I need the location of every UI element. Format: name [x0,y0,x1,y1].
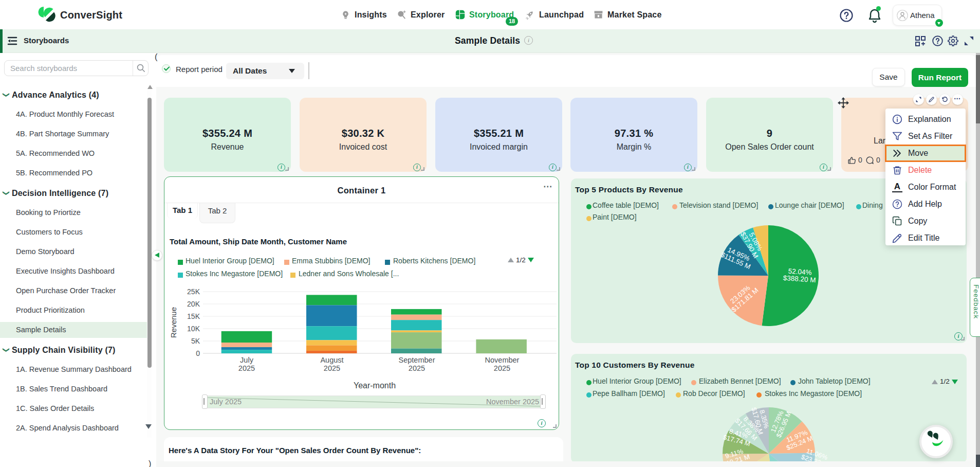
svg-text:10K: 10K [187,325,200,333]
svg-text:2025: 2025 [494,364,510,372]
svg-text:2025: 2025 [324,364,340,372]
svg-text:November: November [485,356,520,364]
svg-text:Revenue: Revenue [169,307,178,338]
svg-text:15K: 15K [187,312,200,320]
svg-text:2025: 2025 [238,364,255,372]
svg-text:0: 0 [196,349,200,357]
svg-text:September: September [399,356,435,364]
svg-text:Year-month: Year-month [354,381,396,390]
svg-text:25K: 25K [187,288,200,296]
svg-text:5K: 5K [191,337,200,345]
svg-text:July: July [240,356,254,364]
svg-text:August: August [320,356,343,364]
svg-text:2025: 2025 [409,364,425,372]
svg-text:20K: 20K [187,300,200,308]
